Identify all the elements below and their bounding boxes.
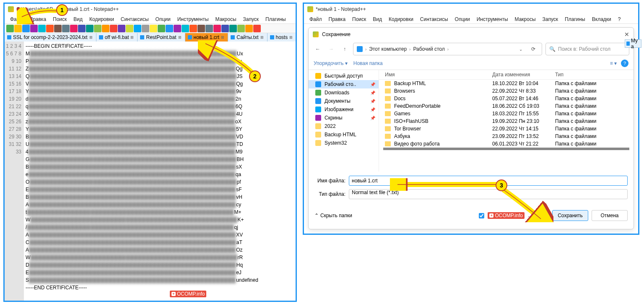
toolbar-icon[interactable] bbox=[253, 25, 261, 32]
toolbar-icon[interactable] bbox=[237, 25, 245, 32]
close-icon[interactable]: ✕ bbox=[624, 31, 629, 38]
col-name[interactable]: Имя bbox=[379, 72, 492, 78]
menu-item[interactable]: Вкладки bbox=[589, 16, 614, 23]
menu-item[interactable]: Запуск bbox=[240, 16, 262, 23]
toolbar-icon[interactable] bbox=[174, 25, 181, 32]
menu-item[interactable]: ? bbox=[615, 16, 624, 23]
menu-item[interactable]: Кодировки bbox=[86, 16, 117, 23]
sidebar-item[interactable]: Рабочий сто..📌 bbox=[309, 80, 379, 88]
tab[interactable]: SSL for ocomp-2-2-2023-2024.txt⊠ bbox=[5, 33, 96, 42]
toolbar-icon[interactable] bbox=[6, 25, 14, 32]
menu-item[interactable]: Инструменты bbox=[474, 16, 511, 23]
tab[interactable]: hosts⊠ bbox=[267, 33, 296, 42]
menu-item[interactable]: Кодировки bbox=[386, 16, 416, 23]
toolbar-icon[interactable] bbox=[190, 25, 197, 32]
tab[interactable]: off wi-fi.bat⊠ bbox=[96, 33, 138, 42]
sidebar-item[interactable]: Быстрый доступ bbox=[309, 72, 379, 80]
hide-folders-toggle[interactable]: ⌃ Скрыть папки bbox=[314, 213, 352, 218]
toolbar-icon[interactable] bbox=[102, 25, 109, 32]
toolbar-icon[interactable] bbox=[30, 25, 38, 32]
file-row[interactable]: Games18.03.2022 Пт 15:55Папка с файлами bbox=[379, 110, 634, 117]
toolbar-icon[interactable] bbox=[205, 25, 213, 32]
organize-menu[interactable]: Упорядочить ▾ bbox=[314, 60, 348, 66]
sidebar-item[interactable]: Downloads📌 bbox=[309, 88, 379, 97]
back-icon[interactable]: ← bbox=[313, 44, 323, 54]
close-icon[interactable]: ⊠ bbox=[178, 35, 182, 39]
sidebar-item[interactable]: Backup HTML bbox=[309, 130, 379, 139]
address-bar[interactable]: › Этот компьютер › Рабочий стол › ⌄ ⟳ bbox=[353, 43, 542, 55]
file-list[interactable]: Имя Дата изменения Тип Backup HTML18.10.… bbox=[379, 70, 634, 171]
menu-item[interactable]: Инструменты bbox=[174, 16, 212, 23]
toolbar-icon[interactable] bbox=[229, 25, 237, 32]
menu-item[interactable]: Правка bbox=[326, 16, 349, 23]
breadcrumb[interactable]: Рабочий стол bbox=[413, 46, 444, 52]
toolbar-icon[interactable] bbox=[46, 25, 54, 32]
file-row[interactable]: Docs05.07.2022 Вт 14:46Папка с файлами bbox=[379, 95, 634, 102]
toolbar-icon[interactable] bbox=[110, 25, 117, 32]
toolbar-icon[interactable] bbox=[86, 25, 93, 32]
toolbar-icon[interactable] bbox=[38, 25, 46, 32]
menu-item[interactable]: Вид bbox=[370, 16, 385, 23]
menu-item[interactable]: Синтаксисы bbox=[118, 16, 152, 23]
refresh-icon[interactable]: ⟳ bbox=[528, 44, 538, 54]
file-row[interactable]: Азбука23.09.2022 Пт 13:52Папка с файлами bbox=[379, 133, 634, 140]
menu-item[interactable]: Плагины bbox=[562, 16, 588, 23]
toolbar-icon[interactable] bbox=[182, 25, 189, 32]
file-row[interactable]: Tor Browser22.09.2022 Чт 14:15Папка с фа… bbox=[379, 125, 634, 133]
search-input[interactable]: 🔍 Поиск в: Рабочий стол bbox=[545, 43, 629, 55]
menu-item[interactable]: Опции bbox=[452, 16, 473, 23]
toolbar-icon[interactable] bbox=[197, 25, 205, 32]
close-icon[interactable]: ⊠ bbox=[289, 35, 293, 39]
toolbar-icon[interactable] bbox=[118, 25, 125, 32]
file-row[interactable]: Видео фото работа06.01.2023 Чт 21:22Папк… bbox=[379, 140, 634, 148]
file-row[interactable]: FeedDemonPortable18.06.2022 Сб 19:03Папк… bbox=[379, 102, 634, 110]
toolbar-icon[interactable] bbox=[142, 25, 149, 32]
sidebar-item[interactable]: Документы📌 bbox=[309, 97, 379, 105]
toolbar-icon[interactable] bbox=[94, 25, 101, 32]
menu-item[interactable]: Плагины bbox=[262, 16, 289, 23]
menu-item[interactable]: Вид bbox=[70, 16, 86, 23]
new-folder-button[interactable]: Новая папка bbox=[353, 60, 383, 66]
file-row[interactable]: ISO+FlashUSB19.09.2022 Пн 23:10Папка с ф… bbox=[379, 117, 634, 125]
cancel-button[interactable]: Отмена bbox=[592, 210, 628, 221]
col-date[interactable]: Дата изменения bbox=[492, 72, 555, 78]
toolbar-icon[interactable] bbox=[78, 25, 86, 32]
menu-item[interactable]: Опции bbox=[153, 16, 174, 23]
up-icon[interactable]: ↑ bbox=[340, 44, 350, 54]
close-icon[interactable]: ⊠ bbox=[130, 35, 135, 39]
toolbar-icon[interactable] bbox=[221, 25, 229, 32]
breadcrumb[interactable]: Этот компьютер bbox=[369, 46, 407, 52]
toolbar-icon[interactable] bbox=[158, 25, 165, 32]
tab[interactable]: My a bbox=[625, 39, 641, 48]
file-row[interactable]: Browsers22.09.2022 Чт 8:33Папка с файлам… bbox=[379, 87, 634, 95]
menu-item[interactable]: Макросы bbox=[213, 16, 239, 23]
close-icon[interactable]: ⊠ bbox=[221, 35, 225, 39]
append-extension-checkbox[interactable] bbox=[479, 213, 484, 218]
toolbar-icon[interactable] bbox=[213, 25, 221, 32]
menu-item[interactable]: Запуск bbox=[540, 16, 561, 23]
view-menu-icon[interactable]: ≡ ▾ bbox=[610, 60, 617, 66]
col-type[interactable]: Тип bbox=[555, 72, 605, 78]
toolbar-icon[interactable] bbox=[150, 25, 157, 32]
sidebar-item[interactable]: Изображени📌 bbox=[309, 105, 379, 114]
menu-item[interactable]: Синтаксисы bbox=[417, 16, 451, 23]
toolbar-icon[interactable] bbox=[54, 25, 62, 32]
close-icon[interactable]: ⊠ bbox=[260, 35, 265, 39]
chevron-down-icon[interactable]: ⌄ bbox=[516, 44, 526, 54]
toolbar-icon[interactable] bbox=[62, 25, 70, 32]
menu-item[interactable]: Поиск bbox=[349, 16, 369, 23]
sidebar-item[interactable]: 2022 bbox=[309, 122, 379, 130]
tab[interactable]: RestPoint.bat⊠ bbox=[138, 33, 185, 42]
scrollbar[interactable] bbox=[383, 148, 629, 150]
toolbar-icon[interactable] bbox=[70, 25, 78, 32]
forward-icon[interactable]: → bbox=[326, 44, 336, 54]
sidebar-item[interactable]: Скрины📌 bbox=[309, 114, 379, 122]
toolbar-icon[interactable] bbox=[245, 25, 253, 32]
sidebar-item[interactable]: System32 bbox=[309, 139, 379, 147]
toolbar-icon[interactable] bbox=[14, 25, 22, 32]
save-button[interactable]: Сохранить bbox=[552, 210, 588, 221]
toolbar-icon[interactable] bbox=[126, 25, 133, 32]
menu-item[interactable]: Макросы bbox=[512, 16, 539, 23]
file-row[interactable]: Backup HTML18.10.2022 Вт 10:04Папка с фа… bbox=[379, 80, 634, 87]
menu-item[interactable]: Файл bbox=[306, 16, 325, 23]
